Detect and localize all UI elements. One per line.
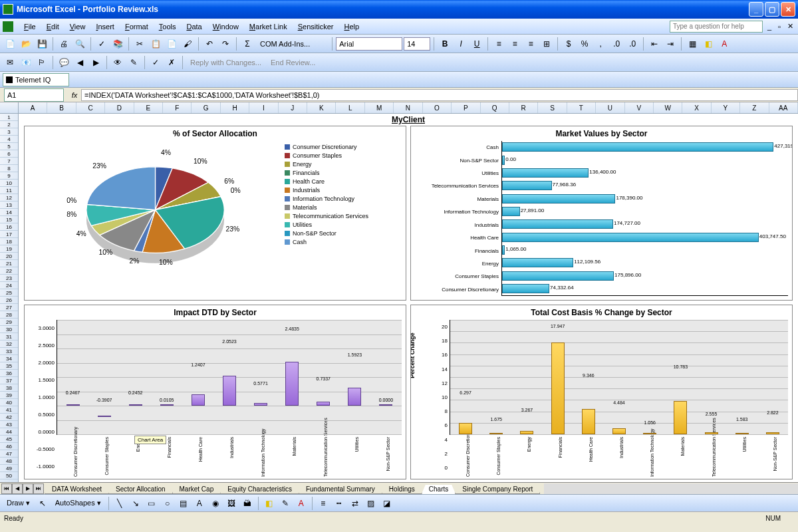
3d-icon[interactable]: ◪ <box>380 496 394 511</box>
col-header[interactable]: H <box>221 102 249 113</box>
row-header[interactable]: 3 <box>0 128 18 136</box>
row-header[interactable]: 8 <box>0 165 18 172</box>
row-header[interactable]: 38 <box>0 384 18 392</box>
row-header[interactable]: 32 <box>0 340 18 348</box>
borders-icon[interactable]: ▦ <box>685 37 700 51</box>
diagram-icon[interactable]: ◉ <box>208 496 223 511</box>
row-header[interactable]: 17 <box>0 231 18 238</box>
col-header[interactable]: R <box>509 102 538 113</box>
row-header[interactable]: 9 <box>0 172 18 180</box>
font-selector[interactable] <box>336 37 402 51</box>
copy-icon[interactable]: 📋 <box>148 37 163 51</box>
underline-icon[interactable]: U <box>469 37 484 51</box>
align-center-icon[interactable]: ≡ <box>507 37 522 51</box>
row-header[interactable]: 45 <box>0 436 18 443</box>
doc-close-button[interactable]: ✕ <box>785 22 795 31</box>
row-header[interactable]: 50 <box>0 472 18 479</box>
col-header[interactable]: J <box>279 102 307 113</box>
col-header[interactable]: C <box>76 102 105 113</box>
fx-icon[interactable]: fx <box>68 91 81 99</box>
sheet-content[interactable]: MyClient % of Sector Allocation 4%10%6%0… <box>19 114 798 482</box>
row-header[interactable]: 11 <box>0 187 18 194</box>
row-header[interactable]: 10 <box>0 180 18 187</box>
menu-market-link[interactable]: Market Link <box>244 21 293 32</box>
italic-icon[interactable]: I <box>454 37 468 51</box>
row-header[interactable]: 4 <box>0 136 18 143</box>
new-icon[interactable]: 📄 <box>3 37 17 51</box>
menu-insert[interactable]: Insert <box>90 21 120 32</box>
sheet-tab-fundamental-summary[interactable]: Fundamental Summary <box>299 485 382 494</box>
row-header[interactable]: 31 <box>0 333 18 340</box>
col-header[interactable]: N <box>394 102 422 113</box>
redo-icon[interactable]: ↷ <box>218 37 233 51</box>
draw-menu[interactable]: Draw ▾ <box>3 497 34 509</box>
row-header[interactable]: 43 <box>0 421 18 428</box>
com-addins-button[interactable]: COM Add-Ins... <box>256 39 314 49</box>
menu-data[interactable]: Data <box>181 21 207 32</box>
row-header[interactable]: 1 <box>0 114 18 121</box>
merge-icon[interactable]: ⊞ <box>539 37 554 51</box>
envelope-icon[interactable]: 📧 <box>19 55 33 70</box>
row-header[interactable]: 44 <box>0 428 18 436</box>
row-header[interactable]: 13 <box>0 201 18 209</box>
autosum-icon[interactable]: Σ <box>240 37 255 51</box>
row-header[interactable]: 14 <box>0 209 18 216</box>
col-header[interactable]: Q <box>481 102 509 113</box>
col-header[interactable]: B <box>47 102 76 113</box>
row-header[interactable]: 34 <box>0 355 18 362</box>
col-header[interactable]: K <box>307 102 336 113</box>
print-icon[interactable]: 🖨 <box>57 37 71 51</box>
col-header[interactable]: E <box>134 102 163 113</box>
col-header[interactable]: O <box>423 102 452 113</box>
doc-minimize-button[interactable]: _ <box>765 23 773 31</box>
percent-icon[interactable]: % <box>577 37 592 51</box>
ink-icon[interactable]: ✎ <box>126 55 141 70</box>
font-size-selector[interactable] <box>404 37 430 51</box>
row-header[interactable]: 19 <box>0 245 18 253</box>
align-right-icon[interactable]: ≡ <box>523 37 538 51</box>
row-header[interactable]: 46 <box>0 443 18 450</box>
doc-restore-button[interactable]: ▫ <box>776 23 783 31</box>
col-header[interactable]: Y <box>712 102 740 113</box>
col-header[interactable]: M <box>365 102 394 113</box>
row-header[interactable]: 7 <box>0 158 18 165</box>
row-header[interactable]: 5 <box>0 143 18 150</box>
picture-icon[interactable]: 🏔 <box>240 496 255 511</box>
col-header[interactable]: Z <box>740 102 769 113</box>
mail-icon[interactable]: ✉ <box>3 55 17 70</box>
flag-icon[interactable]: 🏳 <box>35 55 49 70</box>
name-box[interactable] <box>4 88 64 102</box>
maximize-button[interactable]: ▢ <box>765 2 779 17</box>
sheet-tab-equity-characteristics[interactable]: Equity Characteristics <box>220 485 299 494</box>
col-header[interactable]: L <box>336 102 364 113</box>
cut-icon[interactable]: ✂ <box>132 37 147 51</box>
row-header[interactable]: 12 <box>0 194 18 201</box>
end-review-button[interactable]: End Review... <box>267 57 319 68</box>
format-painter-icon[interactable]: 🖌 <box>180 37 195 51</box>
horizontal-scrollbar[interactable] <box>544 483 798 494</box>
sheet-tab-single-company-report[interactable]: Single Company Report <box>455 485 540 494</box>
row-header[interactable]: 29 <box>0 319 18 326</box>
row-header[interactable]: 23 <box>0 275 18 282</box>
sheet-tab-market-cap[interactable]: Market Cap <box>172 485 221 494</box>
fill-color-draw-icon[interactable]: ◧ <box>262 496 277 511</box>
col-header[interactable]: S <box>538 102 567 113</box>
menu-tools[interactable]: Tools <box>154 21 182 32</box>
telemet-addon[interactable]: Telemet IQ <box>3 73 69 86</box>
col-header[interactable]: A <box>19 102 47 113</box>
comment-icon[interactable]: 💬 <box>57 55 71 70</box>
show-comment-icon[interactable]: 👁 <box>110 55 125 70</box>
row-header[interactable]: 30 <box>0 326 18 333</box>
comma-icon[interactable]: , <box>593 37 608 51</box>
col-header[interactable]: I <box>249 102 278 113</box>
rectangle-icon[interactable]: ▭ <box>144 496 159 511</box>
tab-last-icon[interactable]: ⏭ <box>33 483 44 494</box>
help-search-input[interactable] <box>670 21 763 33</box>
clipart-icon[interactable]: 🖼 <box>224 496 239 511</box>
tab-prev-icon[interactable]: ◀ <box>12 483 23 494</box>
row-header[interactable]: 24 <box>0 282 18 289</box>
currency-icon[interactable]: $ <box>561 37 576 51</box>
menu-help[interactable]: Help <box>339 21 365 32</box>
reject-icon[interactable]: ✗ <box>164 55 179 70</box>
col-header[interactable]: T <box>567 102 596 113</box>
